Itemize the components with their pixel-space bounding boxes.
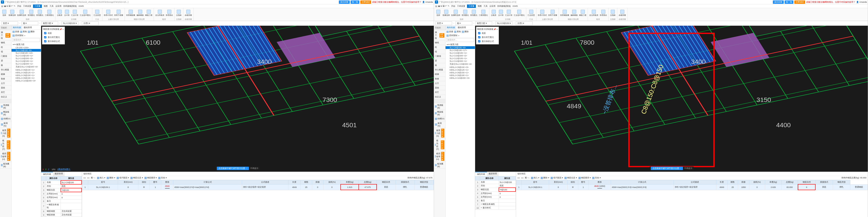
- rebar-display-panel[interactable]: 钢筋显示控制面板📌 × 底筋显示其它图元显示体积公式: [42, 27, 65, 44]
- nav-cat[interactable]: 其它: [434, 90, 445, 95]
- prop-tab[interactable]: 图层管理: [53, 172, 65, 176]
- ribbon-汇总设置[interactable]: 汇总设置: [527, 9, 535, 17]
- forward-button[interactable]: 推一推: [350, 0, 360, 4]
- user-name[interactable]: 👤 Amanda: [422, 1, 433, 3]
- nav-sub[interactable]: 板受力筋(S)先建后算: [0, 128, 11, 139]
- ribbon-云计算[interactable]: 云计算: [64, 9, 70, 17]
- mid-tool-删除[interactable]: 删除: [462, 30, 469, 33]
- nav-cat[interactable]: 自定义: [0, 95, 11, 99]
- view-tip-button[interactable]: 点击鼠标中键可调节显示位置→: [217, 167, 249, 170]
- nav-cat[interactable]: 土方: [0, 81, 11, 86]
- mid-tool-新建[interactable]: 新建: [446, 30, 453, 33]
- nav-cat[interactable]: 施工段先建后算: [0, 30, 11, 41]
- mid-tab[interactable]: 图纸管理: [22, 26, 33, 30]
- ribbon-查看工程量[interactable]: 查看工程量: [114, 9, 124, 17]
- menu-工程量[interactable]: 工程量: [467, 4, 476, 8]
- rebar-display-panel[interactable]: 钢筋显示控制面板📌 × 底筋显示其它图元显示体积公式: [476, 27, 499, 44]
- nav-sub[interactable]: 螺旋板(B): [434, 110, 445, 117]
- ribbon-云指标[interactable]: 云指标: [176, 9, 182, 17]
- warning-text[interactable]: 桌面三维显示圈元/轴网有错位、位置不对应如何处理？: [372, 1, 422, 4]
- tree-item[interactable]: SLJ-C10@200 <2>: [445, 55, 475, 57]
- edit-tool[interactable]: 插入 ▾: [531, 176, 539, 179]
- view-tip-dismiss[interactable]: 不再提示: [684, 167, 692, 170]
- ribbon-云指标[interactable]: 云指标: [610, 9, 616, 17]
- nav-sub[interactable]: 板负筋(F)先建后算: [434, 139, 445, 151]
- ribbon-表格算量[interactable]: 表格算量: [184, 9, 192, 17]
- nav-cat[interactable]: 空心楼盖: [0, 68, 11, 72]
- menu-IGMS[interactable]: IGMS: [79, 5, 84, 7]
- mid-tab[interactable]: 图纸管理: [456, 26, 467, 30]
- nav-cat[interactable]: 装修: [0, 77, 11, 81]
- menu-云应用[interactable]: 云应用: [55, 5, 61, 8]
- menu-开始[interactable]: 开始: [451, 5, 455, 8]
- nav-cat[interactable]: 门窗洞: [0, 54, 11, 59]
- float-check[interactable]: [44, 36, 46, 38]
- nav-cat[interactable]: 梁: [0, 59, 11, 63]
- nav-sub[interactable]: 板受力筋(S)先建后算: [434, 128, 445, 139]
- sublayer-select[interactable]: 分层1 ▾: [82, 22, 98, 25]
- tree-item[interactable]: KBSLJ-C10@200 <3>: [11, 79, 41, 82]
- search-input[interactable]: 搜索构件...: [12, 38, 40, 42]
- mid-tool-层间复制[interactable]: 层间复制: [446, 34, 457, 37]
- nav-sub[interactable]: 板负筋(F)先建后算: [0, 139, 11, 151]
- ribbon-按属性选择[interactable]: 按属性选择: [451, 9, 461, 17]
- rebar-select[interactable]: 板受力筋 ▾: [475, 22, 492, 25]
- table-row[interactable]: 1 SLJ-C8@150.18Φ1 4849 (1850)━━━━ 4599+m…: [516, 184, 868, 190]
- ribbon-选择[interactable]: 选择: [1, 9, 8, 17]
- prop-tab[interactable]: 图层管理: [487, 172, 499, 176]
- mid-tab[interactable]: 构件列表: [445, 26, 456, 30]
- tree-item[interactable]: KBSLJ-C8@125 <1>: [445, 69, 475, 71]
- tree-item[interactable]: SLJ-C12@200 <1>: [445, 60, 475, 63]
- edit-tool[interactable]: 钢筋信息 ▾: [564, 176, 577, 179]
- ribbon-批量选择[interactable]: 批量选择: [442, 9, 450, 17]
- search-input[interactable]: 搜索构件...: [446, 38, 474, 42]
- nav-cat[interactable]: 楼梯: [434, 72, 445, 77]
- nav-cat[interactable]: 墙: [434, 50, 445, 54]
- ribbon-查找图元[interactable]: 查找图元: [27, 9, 35, 17]
- view-tip-dismiss[interactable]: 不再提示: [250, 167, 258, 170]
- ribbon-查看计算式[interactable]: 查看计算式: [537, 9, 547, 17]
- edit-tool[interactable]: 钢筋图库 ▾: [579, 176, 591, 179]
- layer-select[interactable]: 首层 ▾: [435, 22, 452, 25]
- tree-item[interactable]: SLJ-C12@150 <1>: [445, 57, 475, 60]
- menu-开始[interactable]: 开始: [17, 5, 21, 8]
- ribbon-查看钢筋量[interactable]: 查看钢筋量: [126, 9, 135, 17]
- float-check[interactable]: [478, 36, 480, 38]
- type-select[interactable]: 板 ▾: [456, 22, 472, 25]
- edit-tool[interactable]: 其他 ▾: [158, 176, 167, 179]
- nav-sub[interactable]: 现浇板(B): [0, 103, 11, 110]
- edit-tool[interactable]: 缩尺配筋 ▾: [551, 176, 563, 179]
- menu-工具[interactable]: 工具: [484, 5, 488, 8]
- ribbon-选择[interactable]: 选择: [435, 9, 442, 17]
- nav-sub[interactable]: 柱帽(V): [434, 117, 445, 121]
- tree-item[interactable]: SLJ-C12@150 <1>: [11, 60, 41, 63]
- ribbon-合法性检查[interactable]: 合法性检查: [589, 9, 599, 17]
- mid-tab[interactable]: 构件列表: [11, 26, 22, 30]
- float-check[interactable]: [478, 40, 480, 42]
- user-name[interactable]: 👤 Amanda: [856, 1, 867, 3]
- menu-工程设置[interactable]: 工程设置: [457, 5, 465, 8]
- mid-tool-复制[interactable]: 复制: [454, 30, 461, 33]
- ribbon-查找图元[interactable]: 查找图元: [470, 9, 478, 17]
- nav-cat[interactable]: 梁: [434, 59, 445, 63]
- nav-sub[interactable]: 现浇板(B): [434, 103, 445, 110]
- ribbon-查找图元[interactable]: 查找图元: [461, 9, 469, 17]
- tree-root[interactable]: ▾ 板受力筋: [11, 43, 41, 46]
- nav-cat[interactable]: 自定义: [434, 95, 445, 99]
- ribbon-钢筋三维[interactable]: 钢筋三维: [579, 9, 587, 17]
- nav-cat[interactable]: 基础: [434, 86, 445, 90]
- ribbon-汇总计算[interactable]: 汇总计算: [505, 9, 513, 17]
- nav-cat[interactable]: 土方: [434, 81, 445, 86]
- nav-cat[interactable]: 轴线: [0, 41, 11, 45]
- ribbon-查找图元[interactable]: 查找图元: [36, 9, 44, 17]
- tree-item[interactable]: KBSLJ-C8@125 <1>: [11, 71, 41, 74]
- name-select[interactable]: SLJ-C8@150 ▾: [61, 22, 79, 25]
- ribbon-查看报表[interactable]: 查看报表: [165, 9, 174, 17]
- ribbon-编辑钢筋[interactable]: 编辑钢筋: [570, 9, 578, 17]
- ribbon-汇总选中图元[interactable]: 汇总选中图元: [513, 9, 525, 17]
- tree-item[interactable]: SLJ-C8@180 <18>: [11, 52, 41, 55]
- demo-button[interactable]: 演示问答: [339, 0, 350, 4]
- nav-cat[interactable]: 楼梯: [0, 72, 11, 77]
- nav-cat[interactable]: 门窗洞: [434, 54, 445, 59]
- tree-root[interactable]: ▾ 板受力筋: [445, 43, 475, 46]
